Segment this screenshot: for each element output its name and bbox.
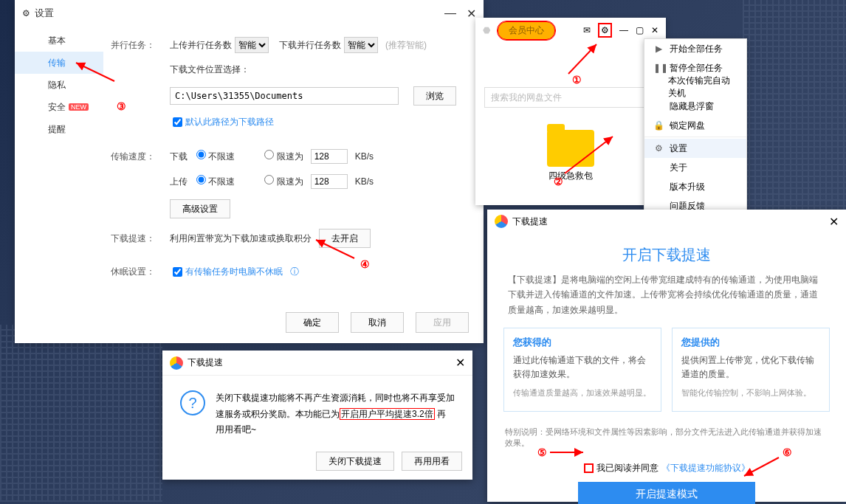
apply-button[interactable]: 应用 — [416, 312, 469, 333]
menu-upgrade[interactable]: 版本升级 — [644, 177, 746, 196]
sidebar-item-transfer[interactable]: 传输 — [15, 52, 103, 74]
close-icon[interactable]: ✕ — [455, 356, 465, 370]
no-sleep-checkbox[interactable] — [173, 267, 182, 277]
cancel-button[interactable]: 取消 — [351, 312, 404, 333]
boost-description: 【下载提速】是将电脑端的空闲上传带宽组建成特有的传输通道，为使用电脑端下载并进入… — [487, 272, 846, 317]
enable-boost-mode-button[interactable]: 开启提速模式 — [578, 482, 755, 504]
upload-limit-radio[interactable] — [264, 175, 274, 184]
dialog-title: 下载提速 — [512, 215, 548, 228]
boost-heading: 开启下载提速 — [487, 245, 846, 265]
gear-icon: ⚙ — [653, 143, 664, 153]
menu-lock[interactable]: 🔒锁定网盘 — [644, 116, 746, 135]
upload-limit-input[interactable] — [311, 174, 348, 189]
help-icon[interactable]: ⓘ — [290, 266, 299, 278]
download-parallel-select[interactable]: 智能 — [344, 37, 378, 53]
download-nolimit-radio[interactable] — [196, 150, 206, 159]
upload-nolimit-radio[interactable] — [196, 175, 206, 184]
minimize-icon[interactable]: — — [444, 7, 456, 21]
enable-boost-button[interactable]: 去开启 — [319, 229, 371, 248]
menu-auto-shutdown[interactable]: 本次传输完自动关机 — [644, 77, 746, 97]
card-you-get: 您获得的通过此传输通道下载的文件，将会获得加速效果。传输通道质量越高，加速效果越… — [503, 328, 661, 412]
ok-button[interactable]: 确定 — [286, 312, 339, 333]
sleep-label: 休眠设置： — [111, 266, 170, 278]
settings-sidebar: 基本 传输 隐私 安全NEW 提醒 — [15, 30, 103, 140]
minimize-icon[interactable]: — — [619, 25, 628, 35]
path-label: 下载文件位置选择： — [170, 63, 250, 76]
download-limit-radio[interactable] — [264, 150, 274, 159]
sidebar-item-basic[interactable]: 基本 — [15, 30, 103, 52]
new-badge: NEW — [69, 103, 89, 111]
app-logo-icon — [495, 215, 508, 228]
dialog-text: 关闭下载提速功能将不再产生资源消耗，同时也将不再享受加速服务或积分奖励。本功能已… — [216, 390, 455, 438]
sidebar-item-remind[interactable]: 提醒 — [15, 118, 103, 140]
close-icon[interactable]: ✕ — [829, 215, 839, 229]
dialog-title: 下载提速 — [188, 356, 223, 369]
question-icon: ? — [180, 390, 205, 415]
pause-icon: ❚❚ — [653, 63, 664, 73]
sidebar-item-privacy[interactable]: 隐私 — [15, 74, 103, 96]
search-input[interactable]: 搜索我的网盘文件 — [484, 87, 657, 108]
main-window: ⬣ 会员中心 ✉ ⚙ — ▢ ✕ 搜索我的网盘文件 四级急救包 — [475, 18, 666, 205]
settings-content: 并行任务： 上传并行任务数 智能 下载并行任务数 智能 (推荐智能) 下载文件位… — [111, 37, 469, 306]
download-path-input[interactable] — [170, 87, 399, 105]
agreement-link[interactable]: 《下载提速功能协议》 — [661, 462, 750, 474]
close-boost-button[interactable]: 关闭下载提速 — [316, 452, 394, 471]
vip-center-button[interactable]: 会员中心 — [498, 21, 555, 40]
menu-start-all[interactable]: ▶开始全部任务 — [644, 39, 746, 58]
browse-button[interactable]: 浏览 — [413, 86, 456, 106]
settings-window: ⚙ 设置 — ✕ 基本 传输 隐私 安全NEW 提醒 并行任务： 上传并行任务数… — [15, 0, 484, 343]
sidebar-item-security[interactable]: 安全NEW — [15, 96, 103, 118]
boost-label: 下载提速： — [111, 232, 170, 245]
advanced-settings-button[interactable]: 高级设置 — [170, 199, 230, 218]
close-icon[interactable]: ✕ — [651, 25, 658, 35]
context-menu: ▶开始全部任务 ❚❚暂停全部任务 本次传输完自动关机 隐藏悬浮窗 🔒锁定网盘 ⚙… — [644, 38, 747, 235]
keep-using-button[interactable]: 再用用看 — [402, 452, 462, 471]
settings-titlebar: ⚙ 设置 — ✕ — [15, 0, 484, 27]
menu-settings[interactable]: ⚙设置 — [644, 139, 746, 158]
parallel-label: 并行任务： — [111, 39, 170, 52]
card-you-provide: 您提供的提供闲置上传带宽，优化下载传输通道的质量。智能化传输控制，不影响上网体验… — [672, 328, 830, 412]
folder-icon[interactable] — [547, 130, 594, 167]
maximize-icon[interactable]: ▢ — [636, 25, 644, 35]
menu-about[interactable]: 关于 — [644, 158, 746, 177]
download-limit-input[interactable] — [311, 149, 348, 164]
speed-label: 传输速度： — [111, 151, 170, 163]
folder-label: 四级急救包 — [475, 170, 666, 182]
lock-icon: 🔒 — [653, 120, 664, 131]
app-logo-icon — [170, 356, 183, 370]
gear-icon: ⚙ — [22, 8, 30, 18]
settings-gear-icon[interactable]: ⚙ — [598, 23, 612, 38]
mail-icon[interactable]: ✉ — [583, 25, 591, 35]
confirm-dialog: 下载提速 ✕ ? 关闭下载提速功能将不再产生资源消耗，同时也将不再享受加速服务或… — [162, 351, 472, 480]
boost-note: 特别说明：受网络环境和文件属性等因素影响，部分文件无法进入此传输通道并获得加速效… — [487, 422, 846, 453]
shield-icon: ⬣ — [483, 25, 490, 35]
boost-info-dialog: 下载提速 ✕ 开启下载提速 【下载提速】是将电脑端的空闲上传带宽组建成特有的传输… — [487, 210, 846, 502]
default-path-checkbox[interactable] — [173, 117, 182, 127]
settings-title: 设置 — [35, 7, 54, 20]
play-icon: ▶ — [653, 44, 664, 54]
agree-checkbox[interactable] — [584, 463, 594, 473]
upload-parallel-select[interactable]: 智能 — [235, 37, 269, 53]
